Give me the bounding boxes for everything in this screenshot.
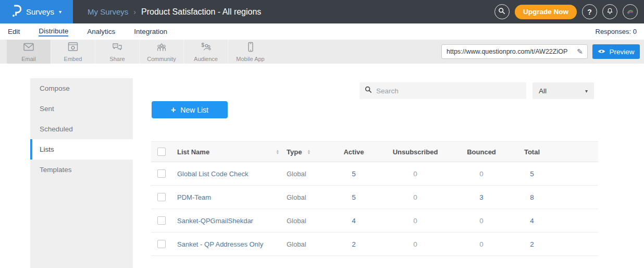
survey-url-input[interactable] (447, 48, 576, 55)
table-row: Sanket - QP Addresses Only Global 2 0 0 … (151, 233, 598, 256)
cell-total[interactable]: 8 (509, 193, 555, 201)
channel-tab-share[interactable]: Share (95, 40, 140, 64)
cell-total[interactable]: 4 (509, 217, 555, 225)
row-checkbox[interactable] (157, 240, 166, 248)
header-actions: Upgrade Now ? (494, 4, 644, 19)
channel-tab-email[interactable]: Email (7, 40, 51, 64)
row-checkbox-cell (151, 169, 177, 178)
list-table-body: Global List Code Check Global 5 0 0 5 PD… (151, 162, 598, 256)
preview-button[interactable]: Preview (592, 44, 640, 59)
channel-tab-community[interactable]: Community (140, 40, 184, 64)
list-type: Global (287, 193, 306, 201)
list-filter-dropdown[interactable]: All ▾ (532, 82, 594, 99)
cell-unsubscribed: 0 (377, 193, 454, 201)
chevron-down-icon: ▾ (585, 88, 588, 94)
row-checkbox-cell (151, 193, 177, 201)
plus-icon: + (171, 105, 176, 115)
notifications-button[interactable] (602, 4, 617, 19)
list-search-box (360, 82, 526, 99)
breadcrumb-my-surveys[interactable]: My Surveys (88, 7, 128, 16)
new-list-button[interactable]: + New List (152, 101, 228, 118)
eye-icon (598, 48, 605, 56)
channel-tab-label: Share (109, 56, 125, 62)
cell-active[interactable]: 2 (331, 240, 377, 248)
channel-tabs: Email Embed (0, 40, 273, 64)
table-row: Sanket-QPGmailShekdar Global 4 0 0 4 (151, 209, 598, 233)
table-header-row: List Name ▲▼ Type ▲▼ Active Unsubscribed… (151, 141, 598, 162)
surveys-menu[interactable]: Surveys ▾ (0, 0, 73, 23)
header-type: Type ▲▼ (287, 148, 331, 156)
cell-unsubscribed: 0 (377, 240, 454, 248)
sidebar-item-sent[interactable]: Sent (30, 99, 133, 119)
app-root: Surveys ▾ My Surveys › Product Satisfact… (0, 0, 644, 268)
list-type: Global (287, 217, 306, 225)
row-checkbox-cell (151, 216, 177, 225)
sidebar-item-scheduled[interactable]: Scheduled (30, 119, 133, 139)
audience-icon: $ (200, 41, 212, 55)
cell-bounced[interactable]: 3 (454, 193, 509, 201)
email-sidebar: Compose Sent Scheduled Lists Templates (30, 78, 133, 268)
channel-tab-audience[interactable]: $ Audience (184, 40, 228, 64)
channel-tab-mobile-app[interactable]: Mobile App (228, 40, 273, 64)
help-button[interactable]: ? (582, 4, 597, 19)
surveys-menu-label: Surveys (26, 7, 54, 16)
cell-unsubscribed: 0 (377, 170, 454, 178)
row-checkbox[interactable] (157, 216, 166, 225)
list-search-input[interactable] (376, 87, 521, 95)
cell-bounced: 0 (454, 240, 509, 248)
community-icon (155, 41, 168, 55)
tab-integration[interactable]: Integration (134, 28, 167, 36)
mobile-app-icon (244, 41, 257, 55)
cell-active[interactable]: 5 (331, 170, 377, 178)
sidebar-item-lists[interactable]: Lists (30, 139, 133, 160)
tab-edit[interactable]: Edit (8, 28, 20, 36)
lists-table: List Name ▲▼ Type ▲▼ Active Unsubscribed… (151, 141, 598, 256)
svg-text:$: $ (202, 42, 205, 48)
cell-active[interactable]: 5 (331, 193, 377, 201)
list-type: Global (287, 170, 306, 178)
row-checkbox[interactable] (157, 169, 166, 178)
cell-active[interactable]: 4 (331, 217, 377, 225)
list-name-link[interactable]: Sanket-QPGmailShekdar (177, 217, 253, 225)
upgrade-now-button[interactable]: Upgrade Now (515, 5, 577, 19)
embed-icon (67, 41, 79, 55)
sort-type-icon[interactable]: ▲▼ (307, 149, 310, 154)
search-icon (365, 86, 372, 95)
cell-bounced: 0 (454, 217, 509, 225)
breadcrumb: My Surveys › Product Satisfaction - All … (88, 7, 261, 17)
table-row: Global List Code Check Global 5 0 0 5 (151, 162, 598, 186)
email-icon (22, 41, 35, 55)
cell-total[interactable]: 5 (509, 170, 555, 178)
channel-tab-embed[interactable]: Embed (51, 40, 95, 64)
cell-total[interactable]: 2 (509, 240, 555, 248)
bell-icon (606, 7, 614, 17)
breadcrumb-current-survey: Product Satisfaction - All regions (141, 7, 261, 17)
list-name-link[interactable]: Sanket - QP Addresses Only (177, 240, 263, 248)
channel-tab-label: Email (21, 56, 36, 62)
new-list-label: New List (180, 106, 208, 114)
edit-url-button[interactable]: ✎ (576, 47, 584, 56)
sidebar-item-templates[interactable]: Templates (30, 160, 133, 180)
sidebar-item-compose[interactable]: Compose (30, 78, 133, 99)
channel-tab-label: Mobile App (236, 56, 264, 62)
channel-tab-label: Embed (64, 56, 82, 62)
breadcrumb-separator: › (133, 8, 136, 16)
responses-count: Responses: 0 (596, 23, 637, 40)
question-mark-icon: ? (587, 8, 592, 16)
tab-analytics[interactable]: Analytics (87, 28, 115, 36)
chevron-down-icon: ▾ (59, 9, 61, 15)
survey-link-area: ✎ Preview (441, 40, 644, 64)
sort-list-name-icon[interactable]: ▲▼ (276, 149, 279, 154)
select-all-checkbox[interactable] (157, 148, 166, 156)
account-avatar[interactable] (623, 4, 638, 19)
tab-distribute[interactable]: Distribute (39, 27, 68, 36)
global-search-button[interactable] (494, 4, 510, 19)
questionpro-logo-icon (11, 4, 21, 20)
row-checkbox[interactable] (157, 193, 166, 201)
list-name-link[interactable]: PDM-Team (177, 193, 211, 201)
survey-url-box: ✎ (441, 44, 588, 59)
pencil-icon: ✎ (577, 47, 583, 56)
header-unsubscribed: Unsubscribed (377, 148, 454, 156)
list-name-link[interactable]: Global List Code Check (177, 170, 249, 178)
header-total: Total (509, 148, 555, 156)
